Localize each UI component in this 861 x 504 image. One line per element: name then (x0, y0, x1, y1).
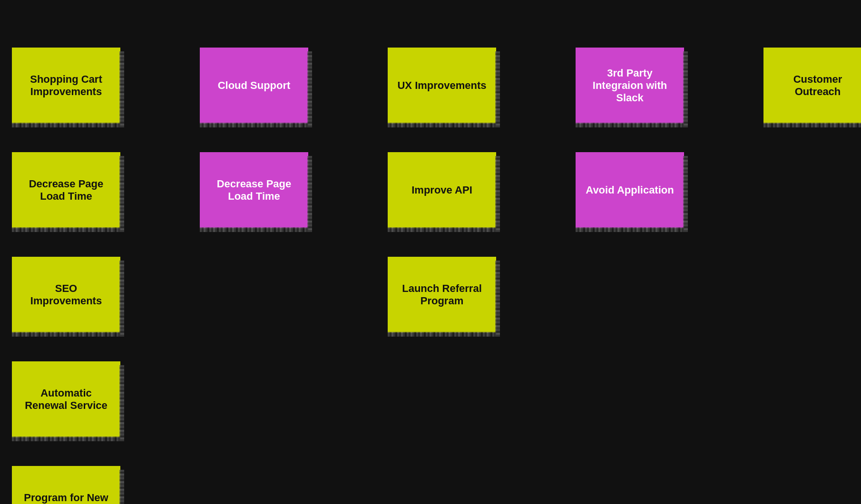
cell-r3c3: Launch Referral Program (376, 252, 511, 357)
cell-r5c1: Program for New Vertical Markets (0, 461, 136, 504)
kanban-board: Shopping Cart Improvements Cloud Support… (0, 0, 861, 504)
card-cloud-support[interactable]: Cloud Support (200, 48, 308, 124)
card-customer-outreach[interactable]: Customer Outreach (763, 48, 861, 124)
card-program-new-vertical[interactable]: Program for New Vertical Markets (12, 466, 120, 504)
cell-r2c3: Improve API (376, 147, 511, 252)
card-avoid-application[interactable]: Avoid Application (576, 152, 684, 228)
cell-r1c1: Shopping Cart Improvements (0, 43, 136, 147)
cell-r1c2: Cloud Support (188, 43, 323, 147)
cell-r4c1: Automatic Renewal Service (0, 357, 136, 461)
cell-r2c4: Avoid Application (564, 147, 699, 252)
card-decrease-page-2[interactable]: Decrease Page Load Time (200, 152, 308, 228)
card-decrease-page-1[interactable]: Decrease Page Load Time (12, 152, 120, 228)
card-seo-improvements[interactable]: SEO Improvements (12, 257, 120, 333)
card-ux-improvements[interactable]: UX Improvements (388, 48, 496, 124)
cell-r1c4: 3rd Party Integraion with Slack (564, 43, 699, 147)
cell-r1c5: Customer Outreach (752, 43, 861, 147)
cell-r3c1: SEO Improvements (0, 252, 136, 357)
cell-r2c1: Decrease Page Load Time (0, 147, 136, 252)
card-improve-api[interactable]: Improve API (388, 152, 496, 228)
card-shopping-cart[interactable]: Shopping Cart Improvements (12, 48, 120, 124)
card-automatic-renewal[interactable]: Automatic Renewal Service (12, 361, 120, 437)
cell-r2c2: Decrease Page Load Time (188, 147, 323, 252)
cell-r1c3: UX Improvements (376, 43, 511, 147)
card-third-party[interactable]: 3rd Party Integraion with Slack (576, 48, 684, 124)
card-launch-referral[interactable]: Launch Referral Program (388, 257, 496, 333)
